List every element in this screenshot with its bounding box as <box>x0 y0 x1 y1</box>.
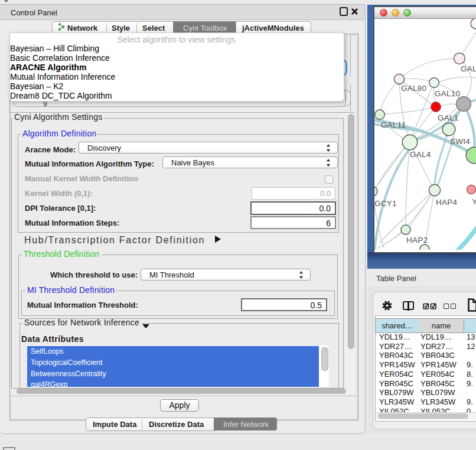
svg-text:SWI4: SWI4 <box>450 137 470 146</box>
svg-text:HAP4: HAP4 <box>436 198 458 207</box>
svg-text:GAL11: GAL11 <box>381 120 406 129</box>
svg-text:GAL4: GAL4 <box>410 150 431 159</box>
svg-text:Y: Y <box>472 197 476 206</box>
svg-text:GAL1: GAL1 <box>438 113 459 122</box>
svg-text:GCY1: GCY1 <box>374 199 397 208</box>
svg-text:GAL: GAL <box>461 64 476 73</box>
svg-text:GAL10: GAL10 <box>435 89 460 98</box>
svg-text:HAP2: HAP2 <box>406 236 428 244</box>
svg-text:GAL80: GAL80 <box>401 84 426 93</box>
